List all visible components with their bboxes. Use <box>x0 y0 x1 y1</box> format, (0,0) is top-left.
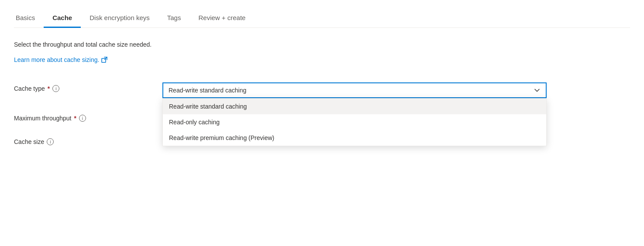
learn-more-text: Learn more about cache sizing. <box>14 56 99 63</box>
maximum-throughput-required: * <box>74 115 76 122</box>
cache-type-row: Cache type * i Read-write standard cachi… <box>14 82 630 98</box>
cache-type-label: Cache type * i <box>14 82 162 92</box>
cache-type-info-icon[interactable]: i <box>52 85 59 92</box>
cache-size-label-text: Cache size <box>14 138 44 145</box>
form-section: Cache type * i Read-write standard cachi… <box>14 82 630 145</box>
cache-type-dropdown-menu: Read-write standard caching Read-only ca… <box>162 98 547 146</box>
cache-type-dropdown[interactable]: Read-write standard caching <box>162 82 547 98</box>
chevron-down-icon <box>534 87 541 94</box>
cache-type-dropdown-container: Read-write standard caching Read-write s… <box>162 82 547 98</box>
page-description: Select the throughput and total cache si… <box>14 40 630 49</box>
learn-more-link[interactable]: Learn more about cache sizing. <box>14 56 107 63</box>
tab-tags[interactable]: Tags <box>158 9 190 28</box>
dropdown-option-rw-standard[interactable]: Read-write standard caching <box>163 99 546 114</box>
maximum-throughput-info-icon[interactable]: i <box>79 115 86 122</box>
tab-review-create[interactable]: Review + create <box>189 9 254 28</box>
cache-size-label: Cache size i <box>14 136 162 145</box>
cache-size-info-icon[interactable]: i <box>47 138 54 145</box>
tab-disk-encryption-keys[interactable]: Disk encryption keys <box>81 9 158 28</box>
dropdown-option-rw-premium[interactable]: Read-write premium caching (Preview) <box>163 130 546 146</box>
maximum-throughput-label: Maximum throughput * i <box>14 112 162 122</box>
tab-cache[interactable]: Cache <box>44 9 81 28</box>
tab-navigation: Basics Cache Disk encryption keys Tags R… <box>14 0 630 28</box>
cache-type-required: * <box>48 85 50 92</box>
cache-type-label-text: Cache type <box>14 85 45 92</box>
dropdown-selected-value: Read-write standard caching <box>169 87 246 94</box>
dropdown-option-ro-caching[interactable]: Read-only caching <box>163 114 546 130</box>
maximum-throughput-label-text: Maximum throughput <box>14 115 72 122</box>
tab-basics[interactable]: Basics <box>14 9 44 28</box>
external-link-icon <box>101 57 107 63</box>
